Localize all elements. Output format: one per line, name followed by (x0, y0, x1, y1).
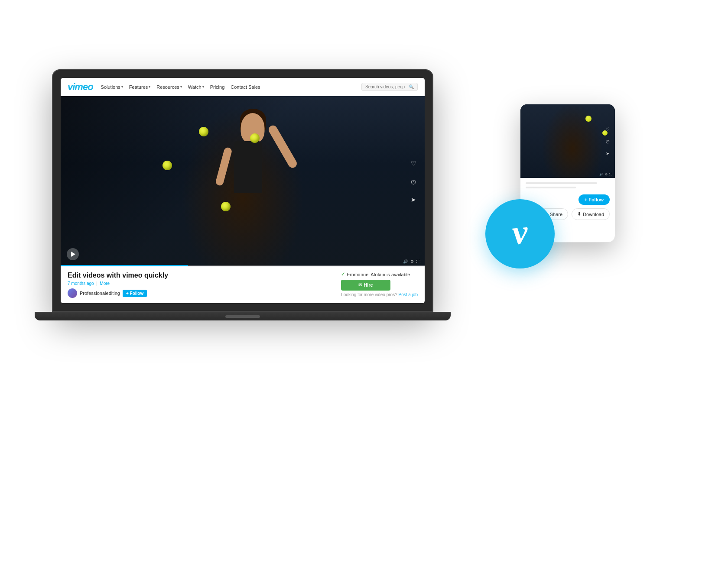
scene: vimeo Solutions ▾ Features ▾ Resources ▾ (0, 0, 728, 582)
channel-name[interactable]: Professionalediting (80, 291, 120, 296)
laptop-body: vimeo Solutions ▾ Features ▾ Resources ▾ (52, 69, 433, 312)
channel-row: Professionalediting + Follow (68, 288, 168, 298)
search-icon: 🔍 (409, 84, 414, 89)
phone-progress-lines (526, 182, 610, 188)
nav-contact-sales[interactable]: Contact Sales (231, 84, 260, 90)
phone-thumbnail: ♡ ◷ ➤ 🔊 ⚙ ⛶ (520, 104, 615, 178)
tennis-ball-4 (221, 202, 231, 211)
video-progress-bar[interactable] (61, 265, 425, 266)
progress-line-medium (526, 187, 576, 188)
nav-features[interactable]: Features ▾ (129, 84, 150, 90)
video-player[interactable]: ♡ ◷ ➤ 🔊 (61, 96, 425, 266)
settings-icon[interactable]: ⚙ (410, 259, 414, 264)
phone-set-icon[interactable]: ⚙ (605, 173, 608, 176)
phone-download-button[interactable]: ⬇ Download (572, 208, 610, 220)
chevron-down-icon: ▾ (202, 85, 204, 89)
video-thumbnail: ♡ ◷ ➤ 🔊 (61, 96, 425, 266)
video-progress-fill (61, 265, 188, 266)
phone-video-area: ♡ ◷ ➤ 🔊 ⚙ ⛶ (520, 104, 615, 178)
laptop-mockup: vimeo Solutions ▾ Features ▾ Resources ▾ (52, 69, 433, 338)
phone-follow-row: + Follow (526, 194, 610, 205)
phone-clock-icon[interactable]: ◷ (604, 137, 611, 145)
post-job-text: Looking for more video pros? Post a job (341, 292, 418, 297)
play-button[interactable] (67, 248, 79, 260)
download-arrow-icon: ⬇ (577, 211, 581, 217)
more-link[interactable]: More (100, 281, 110, 286)
progress-line-long (526, 182, 597, 184)
navbar: vimeo Solutions ▾ Features ▾ Resources ▾ (61, 78, 425, 96)
video-meta: 7 months ago | More (68, 281, 168, 286)
vimeo-v-letter: v (510, 212, 529, 252)
phone-vol-icon[interactable]: 🔊 (599, 173, 603, 176)
phone-side-icons: ♡ ◷ ➤ (604, 125, 611, 157)
arm-up (267, 124, 299, 169)
chevron-down-icon: ▾ (121, 85, 123, 89)
chevron-down-icon: ▾ (149, 85, 150, 89)
phone-send-icon[interactable]: ➤ (604, 149, 611, 157)
tennis-ball-2 (199, 127, 208, 136)
nav-pricing[interactable]: Pricing (210, 84, 225, 90)
watchlater-icon[interactable]: ◷ (407, 175, 419, 188)
search-input[interactable] (365, 84, 407, 89)
laptop-base (35, 312, 451, 320)
video-right-info: ✓ Emmanuel Afolabi is available ✉ Hire L… (341, 272, 418, 297)
phone-follow-button[interactable]: + Follow (578, 194, 610, 205)
volume-icon[interactable]: 🔊 (403, 259, 408, 264)
available-status: ✓ Emmanuel Afolabi is available (341, 272, 418, 277)
post-job-link[interactable]: Post a job (399, 292, 418, 297)
nav-solutions[interactable]: Solutions ▾ (101, 84, 123, 90)
video-side-actions: ♡ ◷ ➤ (407, 157, 419, 206)
vimeo-logo-circle: v (485, 199, 555, 268)
search-bar[interactable]: 🔍 (361, 83, 418, 91)
video-left-info: Edit videos with vimeo quickly 7 months … (68, 272, 168, 298)
follow-button-small[interactable]: + Follow (123, 290, 147, 297)
video-title: Edit videos with vimeo quickly (68, 272, 168, 279)
chevron-down-icon: ▾ (180, 85, 182, 89)
laptop-screen: vimeo Solutions ▾ Features ▾ Resources ▾ (61, 78, 425, 303)
phone-tennis-ball-1 (585, 116, 592, 122)
share-icon[interactable]: ➤ (407, 194, 419, 206)
like-icon[interactable]: ♡ (407, 157, 419, 169)
phone-controls: 🔊 ⚙ ⛶ (599, 173, 612, 176)
fullscreen-icon[interactable]: ⛶ (416, 259, 420, 264)
body (234, 141, 262, 193)
person-figure (196, 113, 300, 252)
nav-resources[interactable]: Resources ▾ (156, 84, 182, 90)
hire-button[interactable]: ✉ Hire (341, 280, 390, 291)
play-triangle-icon (71, 252, 75, 257)
check-icon: ✓ (341, 272, 345, 277)
nav-watch[interactable]: Watch ▾ (188, 84, 204, 90)
video-info-section: Edit videos with vimeo quickly 7 months … (61, 266, 425, 303)
phone-fs-icon[interactable]: ⛶ (609, 173, 612, 176)
vimeo-logo[interactable]: vimeo (68, 81, 93, 93)
video-controls: 🔊 ⚙ ⛶ (403, 259, 420, 264)
channel-avatar (68, 288, 77, 298)
phone-like-icon[interactable]: ♡ (604, 125, 611, 133)
arm-down (215, 147, 233, 187)
